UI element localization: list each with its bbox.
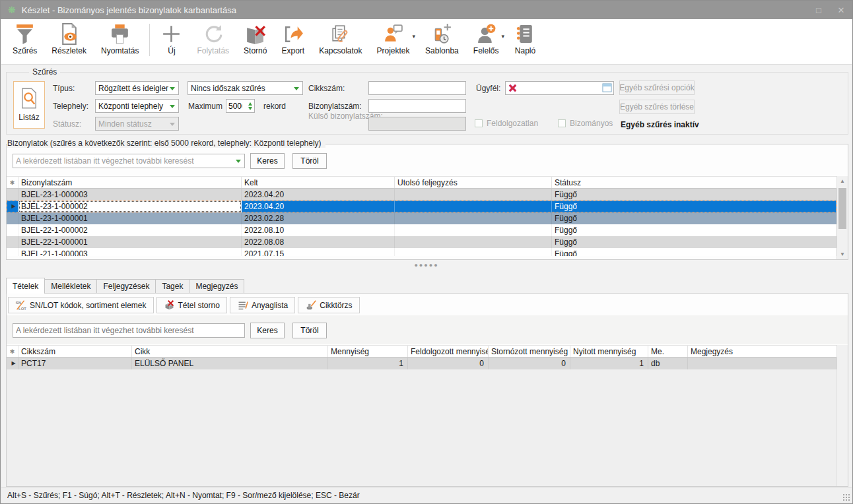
tab-mellekletek[interactable]: Mellékletek	[44, 279, 97, 293]
filter-icon	[14, 22, 36, 46]
bizomanyos-checkbox[interactable]: Bizományos	[558, 119, 613, 128]
tipus-combo-value: Rögzített és ideiglenes	[98, 84, 168, 93]
toolbar-button-nyomtatas[interactable]: Nyomtatás	[94, 19, 146, 64]
svg-text:SN: SN	[16, 301, 21, 305]
chevron-down-icon	[170, 87, 175, 93]
detail-torol-button[interactable]: Töröl	[292, 323, 327, 338]
documents-torol-button[interactable]: Töröl	[292, 153, 327, 169]
close-button[interactable]: ✕	[830, 5, 852, 15]
toolbar-button-szures[interactable]: Szűrés	[5, 19, 44, 64]
documents-grid-scrollbar[interactable]: ▲ ▼	[836, 176, 848, 259]
table-row[interactable]: BJEL-22-1-0000012022.08.08Függő	[7, 236, 836, 248]
tab-tetelek[interactable]: Tételek	[6, 278, 45, 294]
egyeb-szuresi-opciok-button[interactable]: Egyéb szűrési opciók	[619, 80, 695, 95]
idoszak-combo[interactable]: Nincs időszak szűrés	[188, 81, 303, 95]
listaz-button[interactable]: Listáz	[13, 81, 45, 129]
column-header-utolso-feljegyzes[interactable]: Utolsó feljegyzés	[395, 177, 552, 188]
anyaglista-button[interactable]: Anyaglista	[230, 297, 295, 313]
row-gutter	[7, 236, 18, 248]
kulso-bizonylatszam-input	[368, 117, 466, 131]
export-icon	[282, 22, 304, 46]
cikktorzs-button[interactable]: Cikktörzs	[298, 297, 359, 313]
resize-grip[interactable]	[842, 493, 850, 501]
ugyfel-input[interactable]	[519, 83, 602, 94]
detail-search-input[interactable]	[13, 323, 245, 338]
lookup-window-icon[interactable]	[602, 83, 612, 93]
toolbar-button-naplo[interactable]: Napló	[507, 19, 543, 64]
sn-lot-kodok-sortiment-elemek-button[interactable]: SNLOTSN/LOT kódok, sortiment elemek	[8, 297, 154, 313]
column-header-statusz[interactable]: Státusz	[552, 177, 836, 188]
telephely-combo[interactable]: Központi telephely	[95, 99, 179, 113]
dropdown-arrow-icon[interactable]: ▾	[501, 33, 504, 40]
row-pointer-icon: ▶	[7, 201, 18, 212]
scroll-up-icon[interactable]: ▲	[837, 176, 848, 186]
table-row[interactable]: BJEL-23-1-0000012023.02.28Függő	[7, 212, 836, 224]
cikkszam-input[interactable]	[368, 81, 466, 95]
egyeb-szures-torlese-button[interactable]: Egyéb szűrés törlése	[619, 100, 695, 114]
clear-x-icon[interactable]	[508, 84, 517, 92]
column-header-cikk[interactable]: Cikk	[132, 346, 328, 357]
maximum-label: Maximum	[188, 102, 222, 111]
column-header-stornozott-mennyiseg[interactable]: Stornózott mennyiség	[489, 346, 570, 357]
documents-keres-button[interactable]: Keres	[250, 153, 285, 169]
tab-feljegyzesek[interactable]: Feljegyzések	[96, 279, 156, 293]
toolbar-button-label: Folytatás	[197, 46, 229, 55]
detail-keres-button[interactable]: Keres	[250, 323, 285, 338]
maximum-input[interactable]	[226, 101, 244, 111]
table-row[interactable]: ▶BJEL-23-1-0000022023.04.20Függő	[7, 201, 836, 212]
cell-utolso-feljegyzes	[395, 224, 552, 236]
maximize-button[interactable]: □	[807, 5, 830, 15]
column-header-megjegyzes[interactable]: Megjegyzés	[688, 346, 836, 357]
detail-tabstrip: TételekMellékletekFeljegyzésekTagekMegje…	[6, 278, 848, 293]
item-buttons-toolbar: SNLOTSN/LOT kódok, sortiment elemekTétel…	[8, 297, 360, 313]
grid-header-row: ✱CikkszámCikkMennyiségFeldolgozott menny…	[7, 345, 836, 358]
column-header-bizonylatszam[interactable]: Bizonylatszám	[18, 177, 242, 188]
toolbar-button-uj[interactable]: Új	[153, 19, 189, 64]
scroll-down-icon[interactable]: ▼	[837, 249, 848, 259]
cell-bizonylatszam: BJEL-22-1-000002	[18, 224, 242, 236]
column-header-mennyiseg[interactable]: Mennyiség	[328, 346, 408, 357]
toolbar-button-kapcsolatok[interactable]: Kapcsolatok	[312, 19, 369, 64]
column-header-feldolgozott-mennyiseg[interactable]: Feldolgozott mennyiség	[408, 346, 489, 357]
toolbar-button-sablonba[interactable]: Sablonba	[418, 19, 466, 64]
item-button-label: Cikktörzs	[320, 301, 352, 310]
cell-bizonylatszam: BJEL-23-1-000002	[18, 201, 242, 212]
feldolgozatlan-checkbox[interactable]: Feldolgozatlan	[475, 119, 538, 128]
tetel-storno-button[interactable]: Tétel storno	[156, 297, 227, 313]
cell-mennyiseg: 1	[328, 358, 408, 369]
responsible-icon	[475, 22, 497, 46]
maximum-spinner[interactable]	[226, 99, 255, 113]
toolbar-button-felelos[interactable]: Felelős	[466, 19, 506, 64]
ugyfel-field[interactable]	[505, 81, 614, 95]
dropdown-arrow-icon[interactable]: ▾	[413, 33, 416, 40]
documents-search-combo[interactable]: A lekérdezett listában itt végezhet tová…	[13, 154, 245, 168]
table-row[interactable]: BJEL-23-1-0000032023.04.20Függő	[7, 189, 836, 201]
column-header-cikkszam[interactable]: Cikkszám	[18, 346, 132, 357]
items-grid-scrollbar[interactable]	[836, 345, 848, 486]
toolbar-button-export[interactable]: Export	[274, 19, 312, 64]
table-row[interactable]: ▶PCT17ELÜLSŐ PANEL1001db	[7, 358, 836, 369]
cell-utolso-feljegyzes	[395, 212, 552, 224]
table-row[interactable]: BJEL-21-1-0000032021.07.15Függő	[7, 248, 836, 256]
spinner-arrows[interactable]	[248, 100, 254, 112]
splitter-handle[interactable]: ●●●●●	[1, 260, 852, 270]
tab-megjegyzes[interactable]: Megjegyzés	[189, 279, 244, 293]
spin-up-icon[interactable]	[248, 100, 252, 106]
material-list-icon	[237, 299, 248, 311]
spin-down-icon[interactable]	[248, 107, 252, 112]
tab-tagek[interactable]: Tagek	[155, 279, 189, 293]
tipus-combo[interactable]: Rögzített és ideiglenes	[95, 81, 179, 95]
bizonylatszam-input[interactable]	[368, 99, 466, 113]
column-header-me[interactable]: Me.	[648, 346, 688, 357]
toolbar-button-reszletek[interactable]: Részletek	[44, 19, 94, 64]
column-header-kelt[interactable]: Kelt	[242, 177, 395, 188]
toolbar-button-storno[interactable]: Stornó	[236, 19, 274, 64]
print-icon	[109, 22, 131, 46]
column-header-nyitott-mennyiseg[interactable]: Nyitott mennyiség	[570, 346, 648, 357]
scrollbar-thumb[interactable]	[838, 188, 846, 229]
cell-cikk: ELÜLSŐ PANEL	[132, 358, 328, 369]
titlebar[interactable]: ❋ Készlet - Bizományos jelentés bizonyla…	[1, 1, 852, 19]
cell-bizonylatszam: BJEL-23-1-000003	[18, 189, 242, 201]
table-row[interactable]: BJEL-22-1-0000022022.08.10Függő	[7, 224, 836, 236]
toolbar-button-projektek[interactable]: Projektek	[370, 19, 417, 64]
